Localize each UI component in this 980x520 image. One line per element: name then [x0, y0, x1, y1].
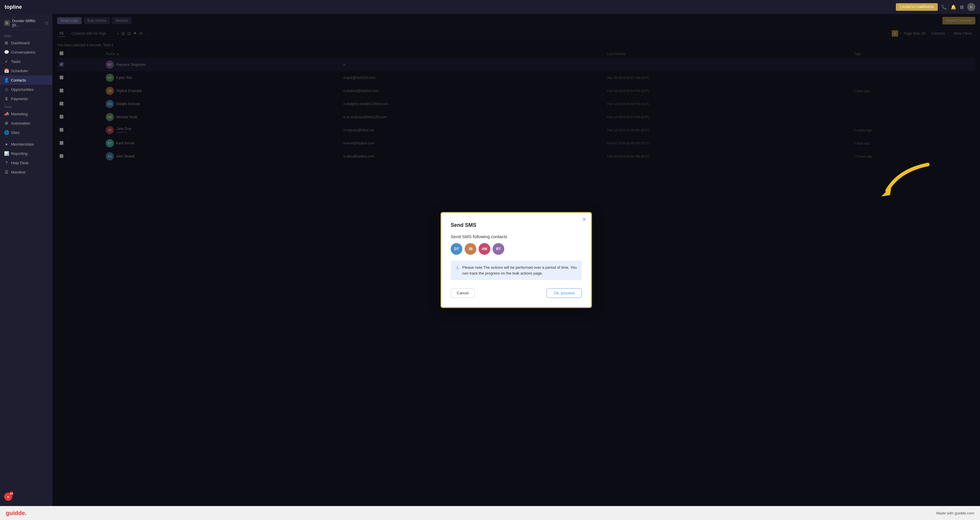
- sidebar-item-payments[interactable]: $ Payments: [0, 94, 52, 103]
- sidebar-item-manifest[interactable]: ☰ Manifest: [0, 167, 52, 177]
- user-avatar[interactable]: U: [967, 3, 975, 11]
- arrow-annotation: [875, 162, 934, 209]
- notification-badge-avatar[interactable]: a 14: [4, 493, 12, 501]
- app-logo: topline: [5, 4, 22, 10]
- launch-campaign-button[interactable]: LAUNCH CAMPAIGN: [896, 3, 938, 11]
- tools-section-label: Tools: [0, 103, 52, 109]
- sidebar-item-label: Automation: [11, 121, 30, 125]
- modal-contact-avatar: DT: [451, 243, 462, 255]
- automation-icon: ⚙: [4, 121, 9, 125]
- apps-section-label: Apps: [0, 32, 52, 38]
- topbar-right: LAUNCH CAMPAIGN 📞 🔔 ⊞ U: [896, 3, 975, 11]
- workspace-name: Dunder Mifflin [D...: [12, 19, 43, 27]
- payments-icon: $: [4, 97, 9, 101]
- sidebar-item-label: Manifest: [11, 170, 25, 174]
- sidebar-item-conversations[interactable]: 💬 Conversations: [0, 48, 52, 57]
- modal-proceed-button[interactable]: Ok, proceed: [547, 288, 582, 298]
- sidebar-item-label: Dashboard: [11, 41, 30, 45]
- svg-marker-0: [881, 186, 891, 197]
- guidde-credit: Made with guidde.com: [936, 511, 974, 515]
- main-layout: D Dunder Mifflin [D... ⊡ Apps ⊞ Dashboar…: [0, 14, 980, 506]
- sidebar-item-label: Payments: [11, 97, 28, 101]
- help-desk-icon: ?: [4, 160, 9, 165]
- sidebar-item-memberships[interactable]: ♦ Memberships: [0, 140, 52, 149]
- modal-contact-avatar: RT: [493, 243, 504, 255]
- dashboard-icon: ⊞: [4, 40, 9, 45]
- bottom-bar: guidde. Made with guidde.com: [0, 506, 980, 520]
- modal-alert-text: Please note The actions will be performe…: [462, 265, 577, 276]
- notification-count: 14: [10, 491, 13, 496]
- opportunities-icon: ◇: [4, 87, 9, 92]
- sidebar-item-label: Tasks: [11, 59, 21, 64]
- workspace-selector[interactable]: D Dunder Mifflin [D... ⊡: [0, 16, 52, 30]
- modal-avatar-row: DTJBAMRT: [451, 243, 582, 255]
- sidebar: D Dunder Mifflin [D... ⊡ Apps ⊞ Dashboar…: [0, 14, 52, 506]
- marketing-icon: 📣: [4, 111, 9, 116]
- workspace-icon: D: [4, 20, 10, 26]
- sidebar-item-sites[interactable]: 🌐 Sites: [0, 128, 52, 137]
- sidebar-item-label: Contacts: [11, 78, 26, 82]
- modal-title: Send SMS: [451, 222, 582, 228]
- modal-overlay: ✕ Send SMS Send SMS following contacts D…: [52, 14, 980, 506]
- sidebar-item-label: Reporting: [11, 151, 27, 156]
- sidebar-item-label: Sites: [11, 130, 19, 135]
- reporting-icon: 📊: [4, 151, 9, 156]
- modal-alert-box: ⚠ Please note The actions will be perfor…: [451, 261, 582, 280]
- manifest-icon: ☰: [4, 170, 9, 174]
- sidebar-item-contacts[interactable]: 👤 Contacts: [0, 75, 52, 85]
- sidebar-item-label: Conversations: [11, 50, 35, 54]
- modal-cancel-button[interactable]: Cancel: [451, 288, 474, 298]
- sidebar-item-marketing[interactable]: 📣 Marketing: [0, 109, 52, 119]
- modal-close-button[interactable]: ✕: [582, 216, 586, 223]
- sidebar-item-scheduler[interactable]: 📅 Scheduler: [0, 66, 52, 75]
- content-area: Smart Lists Bulk Actions Restore Import …: [52, 14, 980, 506]
- sidebar-item-label: Memberships: [11, 142, 34, 146]
- sidebar-item-automation[interactable]: ⚙ Automation: [0, 119, 52, 128]
- conversations-icon: 💬: [4, 50, 9, 54]
- sidebar-item-tasks[interactable]: ✓ Tasks: [0, 57, 52, 66]
- contacts-icon: 👤: [4, 78, 9, 82]
- modal-contact-avatar: JB: [465, 243, 476, 255]
- sidebar-item-label: Opportunities: [11, 87, 33, 92]
- modal-contact-avatar: AM: [479, 243, 490, 255]
- alert-icon: ⚠: [455, 265, 460, 271]
- sidebar-item-dashboard[interactable]: ⊞ Dashboard: [0, 38, 52, 48]
- sidebar-item-label: Scheduler: [11, 69, 28, 73]
- phone-icon[interactable]: 📞: [941, 4, 947, 10]
- sidebar-item-reporting[interactable]: 📊 Reporting: [0, 149, 52, 158]
- sidebar-item-label: Marketing: [11, 112, 28, 116]
- memberships-icon: ♦: [4, 142, 9, 146]
- topbar: topline LAUNCH CAMPAIGN 📞 🔔 ⊞ U: [0, 0, 980, 14]
- sidebar-footer: a 14: [0, 490, 52, 504]
- modal-subtitle: Send SMS following contacts: [451, 234, 582, 239]
- scheduler-icon: 📅: [4, 68, 9, 73]
- send-sms-modal: ✕ Send SMS Send SMS following contacts D…: [441, 212, 592, 308]
- bell-icon[interactable]: 🔔: [951, 4, 956, 10]
- sidebar-item-help-desk[interactable]: ? Help Desk: [0, 158, 52, 167]
- workspace-toggle-icon: ⊡: [45, 21, 48, 25]
- grid-icon[interactable]: ⊞: [960, 4, 964, 10]
- guidde-logo: guidde.: [6, 510, 27, 517]
- tasks-icon: ✓: [4, 59, 9, 64]
- sidebar-item-opportunities[interactable]: ◇ Opportunities: [0, 85, 52, 94]
- arrow-svg: [875, 162, 934, 208]
- modal-actions: Cancel Ok, proceed: [451, 288, 582, 298]
- sites-icon: 🌐: [4, 130, 9, 135]
- sidebar-item-label: Help Desk: [11, 161, 29, 165]
